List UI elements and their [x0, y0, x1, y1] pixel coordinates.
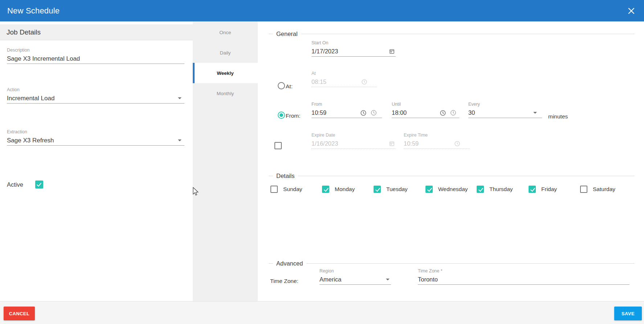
until-time-label: Until — [392, 102, 459, 107]
frequency-tabs: Once Daily Weekly Monthly — [193, 21, 258, 301]
expire-date-label: Expire Date — [311, 133, 396, 138]
day-label: Saturday — [593, 186, 615, 193]
day-checkbox-tuesday[interactable]: Tuesday — [374, 186, 408, 193]
cancel-button[interactable]: CANCEL — [4, 307, 35, 320]
tab-weekly-label: Weekly — [217, 70, 233, 76]
advanced-section-legend: Advanced — [269, 260, 635, 267]
chevron-down-icon[interactable] — [178, 97, 182, 99]
time-zone-field[interactable]: Time Zone * Toronto — [418, 268, 629, 285]
extraction-value[interactable]: Sage X3 Refresh — [7, 137, 54, 144]
every-value[interactable]: 30 — [468, 109, 475, 116]
job-details-panel: Job Details Description Sage X3 Incremen… — [0, 21, 193, 301]
extraction-select[interactable]: Extraction Sage X3 Refresh — [7, 129, 184, 146]
expire-date-value: 1/16/2023 — [311, 140, 338, 147]
extraction-label: Extraction — [7, 129, 184, 134]
day-checkbox-saturday[interactable]: Saturday — [580, 186, 615, 193]
day-label: Thursday — [489, 186, 513, 193]
at-radio[interactable] — [278, 82, 285, 89]
clock-icon[interactable] — [440, 110, 446, 116]
region-select[interactable]: Region America — [319, 268, 391, 285]
active-label: Active — [7, 181, 23, 188]
close-icon — [627, 7, 636, 15]
general-legend-text: General — [276, 31, 298, 37]
at-time-value: 08:15 — [311, 78, 326, 85]
tab-once[interactable]: Once — [193, 22, 258, 42]
minutes-unit-label: minutes — [548, 113, 568, 120]
every-label: Every — [468, 102, 542, 107]
from-time-field[interactable]: From 10:59 — [311, 102, 382, 118]
clock-icon — [361, 79, 367, 85]
at-time-label: At — [311, 71, 377, 76]
day-label: Friday — [541, 186, 557, 193]
dialog-footer: CANCEL SAVE — [0, 301, 644, 324]
time-zone-value[interactable]: Toronto — [418, 276, 438, 283]
from-time-value[interactable]: 10:59 — [311, 109, 326, 116]
tab-once-label: Once — [219, 30, 231, 35]
expire-time-field[interactable]: Expire Time 10:59 — [404, 133, 470, 149]
active-checkbox[interactable] — [35, 181, 43, 189]
tab-monthly[interactable]: Monthly — [193, 83, 258, 104]
start-on-value[interactable]: 1/17/2023 — [311, 48, 338, 55]
checkbox-icon — [374, 186, 381, 193]
chevron-down-icon[interactable] — [386, 279, 390, 280]
time-zone-label: Time Zone * — [418, 268, 629, 274]
job-details-title: Job Details — [7, 28, 41, 36]
day-label: Wednesday — [438, 186, 468, 193]
tab-daily[interactable]: Daily — [193, 42, 258, 63]
checkbox-icon — [270, 186, 278, 193]
day-label: Sunday — [283, 186, 302, 193]
clock-icon — [454, 141, 460, 147]
job-details-header: Job Details — [0, 24, 193, 40]
from-radio[interactable] — [278, 112, 285, 119]
action-label: Action — [7, 87, 184, 92]
day-checkbox-sunday[interactable]: Sunday — [270, 186, 302, 193]
start-on-label: Start On — [311, 40, 396, 45]
tab-weekly[interactable]: Weekly — [193, 63, 258, 83]
region-value[interactable]: America — [319, 276, 342, 283]
tab-monthly-label: Monthly — [217, 91, 234, 96]
checkbox-icon — [580, 186, 587, 193]
details-section-legend: Details — [269, 172, 635, 179]
action-value[interactable]: Incremental Load — [7, 95, 54, 102]
calendar-icon — [389, 141, 395, 147]
description-field[interactable]: Description Sage X3 Incremental Load — [7, 48, 184, 64]
save-button[interactable]: SAVE — [614, 307, 642, 320]
expire-time-value: 10:59 — [404, 140, 419, 147]
day-checkbox-friday[interactable]: Friday — [529, 186, 557, 193]
time-zone-row-label: Time Zone: — [270, 278, 298, 284]
description-label: Description — [7, 48, 184, 53]
dialog-header: New Schedule — [0, 0, 644, 21]
from-time-label: From — [311, 102, 382, 107]
checkbox-icon — [477, 186, 484, 193]
description-value[interactable]: Sage X3 Incremental Load — [7, 55, 80, 62]
general-section-legend: General — [269, 30, 635, 37]
checkbox-icon — [322, 186, 329, 193]
day-checkbox-thursday[interactable]: Thursday — [477, 186, 513, 193]
until-time-field[interactable]: Until 18:00 — [392, 102, 459, 118]
day-checkbox-wednesday[interactable]: Wednesday — [425, 186, 468, 193]
calendar-icon[interactable] — [389, 48, 395, 54]
from-radio-label: From: — [286, 113, 300, 119]
at-time-field[interactable]: At 08:15 — [311, 71, 377, 87]
day-checkbox-monday[interactable]: Monday — [322, 186, 355, 193]
chevron-down-icon[interactable] — [533, 112, 537, 114]
expire-checkbox[interactable] — [274, 142, 282, 149]
chevron-down-icon[interactable] — [178, 139, 182, 141]
action-select[interactable]: Action Incremental Load — [7, 87, 184, 104]
every-select[interactable]: Every 30 — [468, 102, 542, 118]
start-on-field[interactable]: Start On 1/17/2023 — [311, 40, 396, 57]
until-time-value[interactable]: 18:00 — [392, 109, 407, 116]
dialog-title: New Schedule — [7, 6, 60, 16]
tab-daily-label: Daily — [220, 50, 231, 56]
close-button[interactable] — [626, 5, 637, 16]
region-label: Region — [319, 268, 391, 274]
clock-icon[interactable] — [360, 110, 367, 116]
expire-date-field[interactable]: Expire Date 1/16/2023 — [311, 133, 396, 149]
checkbox-icon — [425, 186, 433, 193]
clock-outline-icon[interactable] — [450, 110, 456, 116]
expire-time-label: Expire Time — [404, 133, 470, 138]
schedule-settings-panel: General Start On 1/17/2023 At: At 08:15 … — [258, 21, 644, 301]
details-legend-text: Details — [276, 173, 294, 179]
checkbox-icon — [529, 186, 536, 193]
clock-outline-icon[interactable] — [371, 110, 377, 116]
